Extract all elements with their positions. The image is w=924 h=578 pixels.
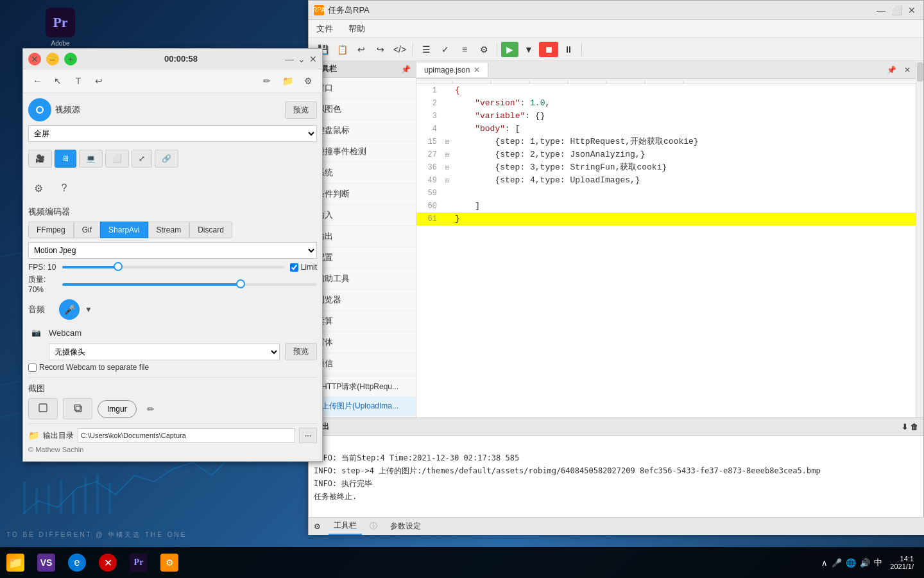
source-select[interactable]: 全屏 — [28, 125, 317, 142]
webcam-preview-btn[interactable]: 预览 — [285, 343, 317, 360]
folder-btn[interactable]: 📁 — [278, 72, 296, 90]
toolbox-helper[interactable]: 辅助工具 — [309, 268, 416, 290]
rpa-close-btn[interactable]: ✕ — [905, 4, 918, 17]
taskbar-file-explorer[interactable]: 📁 — [0, 547, 31, 578]
pen-btn[interactable]: ✏ — [258, 72, 276, 90]
webcam-select[interactable]: 无摄像头 — [49, 344, 280, 360]
close-icon[interactable]: ✕ — [309, 54, 317, 64]
tb-check-btn[interactable]: ✓ — [436, 40, 454, 58]
more-button[interactable]: ··· — [299, 428, 317, 443]
bottom-tab-settings[interactable]: 参数设定 — [385, 518, 426, 534]
expand-icon[interactable]: ⌄ — [298, 54, 305, 64]
mode-fullscreen[interactable]: ⤢ — [132, 150, 152, 168]
webcam-icon: 📷 — [28, 325, 44, 340]
undo-btn[interactable]: ↩ — [90, 72, 108, 90]
toolbox-condition[interactable]: 条件判断 — [309, 184, 416, 205]
tray-ime-icon[interactable]: 中 — [874, 557, 882, 568]
text-btn[interactable]: T — [69, 72, 87, 90]
fps-slider[interactable] — [62, 266, 285, 268]
mode-screen[interactable]: 🖥 — [55, 150, 76, 168]
sub-upload-image[interactable]: 上传图片(UploadIma... — [309, 397, 416, 416]
mode-chain[interactable]: 🔗 — [155, 150, 178, 168]
toolbox-browser[interactable]: 浏览器 — [309, 290, 416, 311]
tb-code-btn[interactable]: </> — [391, 40, 409, 58]
taskbar-adobe-premiere[interactable]: Pr — [123, 547, 154, 578]
tb-undo-btn[interactable]: ↩ — [352, 40, 370, 58]
tab-close-action[interactable]: ✕ — [902, 64, 913, 76]
limit-checkbox[interactable] — [290, 263, 298, 272]
close-button[interactable]: ✕ — [28, 53, 41, 66]
tray-mic-icon[interactable]: 🎤 — [832, 558, 842, 568]
taskbar-visual-studio[interactable]: VS — [31, 547, 62, 578]
mode-video[interactable]: 🎥 — [28, 150, 52, 168]
toolbox-output[interactable]: 输出 — [309, 226, 416, 247]
dropdown-arrow[interactable]: ▼ — [85, 305, 92, 314]
editor-tab-upimage[interactable]: upimage.json ✕ — [416, 63, 488, 77]
taskbar-antivirus[interactable]: ✕ — [92, 547, 123, 578]
tab-discard[interactable]: Discard — [189, 222, 232, 238]
toolbox-system[interactable]: 系统 — [309, 162, 416, 184]
tb-redo-btn[interactable]: ↪ — [372, 40, 389, 58]
menu-help[interactable]: 帮助 — [346, 22, 368, 36]
back-btn[interactable]: ← — [28, 72, 46, 90]
taskbar-clock[interactable]: 14:1 2021/1/ — [885, 555, 919, 570]
settings-btn[interactable]: ⚙ — [299, 72, 317, 90]
tab-sharpavi[interactable]: SharpAvi — [100, 222, 148, 238]
minimize-icon[interactable]: — — [285, 54, 294, 64]
output-clear-btn[interactable]: 🗑 — [911, 423, 918, 432]
capture-copy-btn[interactable] — [63, 398, 92, 419]
toolbox-form[interactable]: 窗体 — [309, 332, 416, 353]
mic-button[interactable]: 🎤 — [59, 299, 80, 320]
help-icon[interactable]: ? — [54, 178, 74, 198]
rpa-minimize-btn[interactable]: — — [875, 4, 887, 17]
imgur-btn[interactable]: Imgur — [98, 400, 137, 418]
toolbox-comm[interactable]: 通信 — [309, 353, 416, 374]
rpa-maximize-btn[interactable]: ⬜ — [890, 4, 903, 17]
tb-lines-btn[interactable]: ≡ — [456, 40, 474, 58]
toolbox-collision[interactable]: 碰撞事件检测 — [309, 141, 416, 162]
toolbox-window[interactable]: 窗口 — [309, 78, 416, 99]
encoder-select[interactable]: Motion Jpeg — [28, 242, 317, 259]
taskbar-edge[interactable]: e — [62, 547, 92, 578]
tab-stream[interactable]: Stream — [148, 222, 190, 238]
tb-pause-btn[interactable]: ⏸ — [560, 40, 578, 58]
capture-new-btn[interactable] — [28, 398, 58, 419]
tb-settings-btn[interactable]: ⚙ — [475, 40, 493, 58]
panel-pin-btn[interactable]: 📌 — [401, 65, 411, 74]
tb-stop-btn[interactable]: ⏹ — [539, 42, 558, 57]
toolbox-input[interactable]: 输入 — [309, 205, 416, 226]
toolbox-keyboard[interactable]: 键盘鼠标 — [309, 120, 416, 141]
record-webcam-checkbox[interactable] — [28, 363, 37, 372]
tb-dropdown-btn[interactable]: ▼ — [520, 40, 538, 58]
tray-network-icon[interactable]: 🌐 — [846, 558, 856, 568]
toolbox-display[interactable]: 拟图色 — [309, 99, 416, 120]
toolbox-calc[interactable]: 运算 — [309, 311, 416, 332]
output-path-input[interactable] — [78, 428, 295, 442]
output-download-btn[interactable]: ⬇ — [902, 423, 908, 432]
sub-http[interactable]: HTTP请求(HttpRequ... — [309, 378, 416, 397]
mode-region[interactable]: ⬜ — [105, 150, 129, 168]
capture-pen-icon[interactable]: ✏ — [142, 400, 160, 418]
tab-close-btn[interactable]: ✕ — [474, 66, 480, 74]
tray-arrow[interactable]: ∧ — [821, 558, 828, 568]
bottom-tab-toolbox[interactable]: 工具栏 — [329, 518, 362, 535]
tab-pin-action[interactable]: 📌 — [884, 64, 899, 76]
maximize-button[interactable]: + — [64, 53, 77, 66]
tab-gif[interactable]: Gif — [74, 222, 100, 238]
mode-window[interactable]: 💻 — [79, 150, 103, 168]
tray-volume-icon[interactable]: 🔊 — [860, 558, 870, 568]
tb-list-btn[interactable]: ☰ — [417, 40, 435, 58]
tb-save-as-btn[interactable]: 📋 — [333, 40, 351, 58]
cursor-btn[interactable]: ↖ — [49, 72, 67, 90]
minimize-button[interactable]: – — [46, 53, 59, 66]
toolbox-config[interactable]: 配置 — [309, 247, 416, 268]
settings-gear-icon[interactable]: ⚙ — [28, 178, 49, 198]
quality-slider[interactable] — [62, 283, 317, 286]
taskbar-rpa[interactable]: ⚙ — [154, 547, 185, 578]
preview-button[interactable]: 预览 — [285, 101, 317, 119]
scroll-thumb[interactable] — [917, 62, 923, 82]
tab-ffmpeg[interactable]: FFmpeg — [28, 222, 74, 238]
tb-play-btn[interactable]: ▶ — [501, 42, 518, 57]
menu-file[interactable]: 文件 — [314, 22, 336, 36]
fps-limit[interactable]: Limit — [290, 263, 317, 272]
